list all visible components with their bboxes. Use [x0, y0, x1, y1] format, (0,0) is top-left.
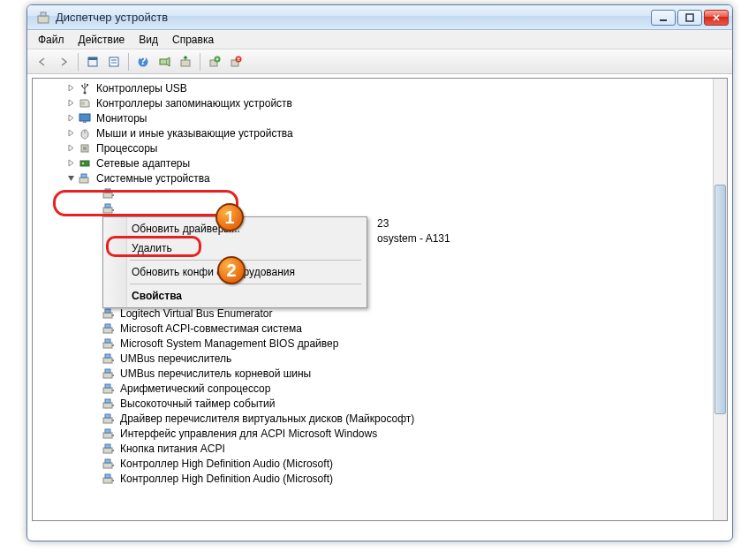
tree-device-row[interactable]: UMBus перечислитель: [33, 351, 713, 366]
category-icon: [78, 96, 92, 110]
svg-rect-36: [112, 209, 114, 211]
minimize-button[interactable]: [651, 10, 676, 26]
uninstall-button[interactable]: [205, 52, 224, 72]
category-label: Контроллеры запоминающих устройств: [94, 97, 294, 110]
svg-rect-90: [112, 480, 114, 481]
close-button[interactable]: [704, 10, 729, 26]
device-label: Logitech Virtual Bus Enumerator: [118, 307, 275, 320]
tree-category[interactable]: Мыши и иные указывающие устройства: [33, 125, 713, 140]
device-icon: [102, 442, 116, 456]
tree-device-row[interactable]: Арифметический сопроцессор: [33, 381, 713, 396]
expand-icon[interactable]: [66, 158, 76, 168]
svg-rect-30: [81, 174, 87, 178]
properties-button[interactable]: [104, 52, 124, 72]
device-icon: [102, 382, 116, 396]
back-button[interactable]: [33, 52, 52, 72]
cm-separator: [130, 260, 361, 261]
help-button[interactable]: ?: [133, 52, 153, 72]
svg-rect-80: [105, 429, 110, 433]
svg-rect-3: [686, 14, 693, 21]
svg-rect-89: [105, 474, 110, 478]
svg-rect-59: [105, 324, 110, 328]
category-icon: [78, 141, 92, 155]
menubar: Файл Действие Вид Справка: [27, 30, 732, 49]
device-icon: [102, 472, 116, 486]
cm-properties[interactable]: Свойства: [105, 286, 365, 306]
tree-device-row[interactable]: Контроллер High Definition Audio (Micros…: [33, 456, 713, 471]
svg-rect-28: [82, 163, 84, 164]
tree-category[interactable]: Сетевые адаптеры: [33, 155, 713, 170]
view-button[interactable]: [83, 52, 102, 72]
badge-1: 1: [215, 203, 244, 231]
forward-button[interactable]: [54, 52, 73, 72]
svg-rect-35: [105, 204, 110, 208]
svg-point-17: [84, 91, 87, 94]
tree-device-row[interactable]: Кнопка питания ACPI: [33, 441, 713, 456]
tree-device-row[interactable]: Драйвер перечислителя виртуальных дисков…: [33, 411, 713, 426]
menu-file[interactable]: Файл: [31, 32, 72, 48]
tree-device-row[interactable]: Контроллер High Definition Audio (Micros…: [33, 471, 713, 486]
tree-device-row[interactable]: [33, 201, 713, 216]
expand-icon[interactable]: [66, 83, 76, 93]
menu-help[interactable]: Справка: [165, 32, 221, 48]
device-icon: [102, 397, 116, 411]
collapse-icon[interactable]: [66, 173, 76, 183]
badge-2: 2: [217, 256, 246, 284]
tree-device-row[interactable]: Microsoft System Management BIOS драйвер: [33, 336, 713, 351]
update-driver-button[interactable]: [176, 52, 195, 72]
window-title: Диспетчер устройств: [56, 11, 651, 24]
tree-device-row[interactable]: Высокоточный таймер событий: [33, 396, 713, 411]
tree-device-row[interactable]: [33, 185, 713, 201]
tree-category[interactable]: Процессоры: [33, 140, 713, 155]
expand-icon[interactable]: [66, 128, 76, 138]
svg-rect-75: [112, 405, 114, 406]
menu-view[interactable]: Вид: [132, 32, 165, 48]
expand-icon[interactable]: [66, 113, 76, 123]
svg-rect-79: [103, 433, 112, 438]
category-icon: [78, 111, 92, 125]
expand-icon[interactable]: [66, 98, 76, 108]
maximize-button[interactable]: [677, 10, 702, 26]
svg-rect-61: [103, 343, 112, 348]
category-icon: [78, 156, 92, 170]
titlebar[interactable]: Диспетчер устройств: [27, 5, 732, 30]
svg-rect-2: [660, 19, 667, 21]
svg-rect-84: [112, 450, 114, 451]
scan-button[interactable]: [155, 52, 174, 72]
category-label: Процессоры: [94, 142, 160, 155]
tree-category[interactable]: Контроллеры USB: [33, 80, 713, 95]
menu-action[interactable]: Действие: [72, 32, 132, 48]
svg-rect-72: [112, 390, 114, 391]
device-label: Контроллер High Definition Audio (Micros…: [118, 458, 335, 470]
device-label: Контроллер High Definition Audio (Micros…: [118, 473, 335, 485]
svg-rect-29: [79, 178, 88, 183]
svg-rect-83: [105, 444, 110, 448]
vertical-scrollbar[interactable]: [713, 79, 727, 520]
device-label: Арифметический сопроцессор: [118, 382, 272, 395]
expand-icon[interactable]: [66, 143, 76, 153]
tree-device-row[interactable]: Интерфейс управления для ACPI Microsoft …: [33, 426, 713, 441]
svg-rect-33: [112, 194, 114, 196]
scrollbar-thumb[interactable]: [714, 185, 726, 414]
svg-rect-21: [79, 114, 90, 121]
device-icon: [102, 457, 116, 471]
device-icon: [102, 337, 116, 351]
svg-rect-22: [83, 121, 87, 123]
svg-rect-19: [87, 84, 88, 86]
tree-device-row[interactable]: UMBus перечислитель корневой шины: [33, 366, 713, 381]
disable-button[interactable]: [226, 52, 246, 72]
tree-category-system-devices[interactable]: Системные устройства: [33, 170, 713, 185]
svg-rect-74: [105, 399, 110, 403]
tree-device-row[interactable]: Microsoft ACPI-совместимая система: [33, 321, 713, 336]
svg-rect-82: [103, 448, 112, 453]
svg-rect-70: [103, 388, 112, 393]
tree-category[interactable]: Мониторы: [33, 110, 713, 125]
device-label: UMBus перечислитель: [118, 352, 233, 365]
device-label: Интерфейс управления для ACPI Microsoft …: [118, 428, 379, 440]
device-label: Высокоточный таймер событий: [118, 397, 276, 410]
svg-rect-69: [112, 375, 114, 376]
svg-rect-62: [105, 339, 110, 343]
device-icon: [102, 352, 116, 366]
tree-category[interactable]: Контроллеры запоминающих устройств: [33, 95, 713, 110]
cm-uninstall[interactable]: Удалить: [105, 238, 365, 258]
